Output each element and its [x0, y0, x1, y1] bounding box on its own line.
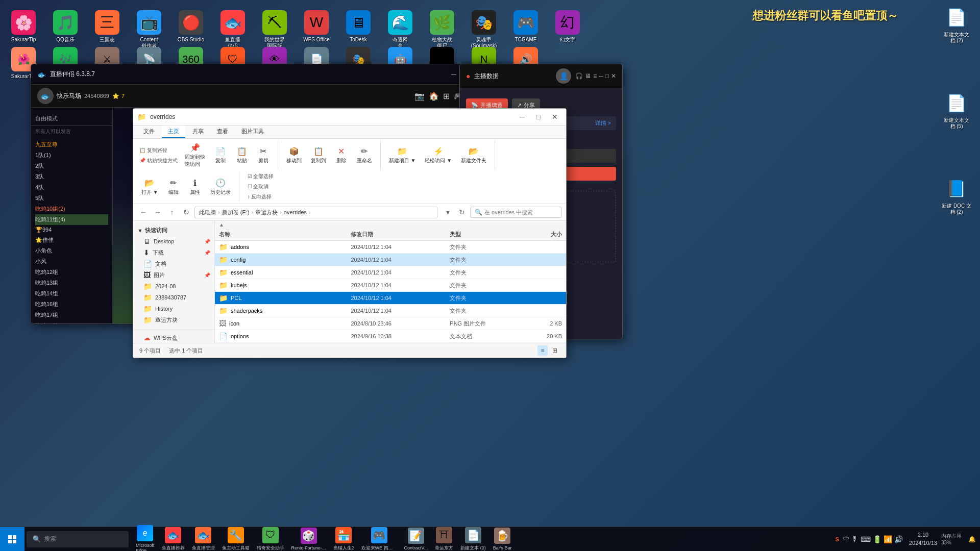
fe-move-to-btn[interactable]: 📦 移动到: [282, 144, 306, 166]
desktop-icon-qiyuwang[interactable]: 🌊 奇遇网盒: [382, 10, 419, 49]
fe-dropdown-button[interactable]: ▾: [442, 206, 454, 218]
obs-close-btn[interactable]: ✕: [611, 72, 616, 80]
table-row[interactable]: 📁 config 2024/10/12 1:04 文件夹: [215, 254, 566, 266]
fe-edit-btn[interactable]: ✏ 编辑: [163, 176, 184, 198]
live-item-jiajia[interactable]: 🌟佳佳: [35, 235, 108, 245]
fe-easy-access-btn[interactable]: ⚡ 轻松访问 ▼: [421, 144, 456, 166]
live-toolbar-home[interactable]: 🏠: [429, 91, 439, 101]
live-item-chi17[interactable]: 吃鸡17组: [35, 310, 108, 320]
desktop-icon-yuzhiboban[interactable]: 🐟 鱼直播伴侣: [214, 10, 251, 49]
taskbar-notifications-button[interactable]: 🔔: [964, 527, 980, 552]
fe-col-type-header[interactable]: 类型: [450, 231, 516, 238]
desktop-icon-new-txt[interactable]: 📄 新建文本文档 (2): [938, 5, 975, 44]
obs-max-btn[interactable]: □: [605, 72, 609, 80]
fe-pin-btn[interactable]: 📌 固定到快速访问: [181, 141, 209, 170]
fe-paste-btn[interactable]: 📋 粘贴: [232, 144, 252, 166]
fe-tiles-view-btn[interactable]: ⊞: [550, 345, 560, 356]
fe-tab-share[interactable]: 共享: [186, 126, 210, 138]
live-item-chi16[interactable]: 吃鸡16组: [35, 299, 108, 310]
sidebar-item-documents[interactable]: 📄 文档: [133, 258, 214, 269]
fe-history-btn[interactable]: 🕒 历史记录: [206, 176, 235, 198]
taskbar-search-bar[interactable]: 🔍 搜索: [27, 531, 129, 547]
table-row[interactable]: 📄 options 2024/9/16 10:38 文本文档 20 KB: [215, 330, 566, 343]
fe-nav-refresh-2[interactable]: ↻: [456, 206, 468, 218]
fe-tab-view[interactable]: 查看: [211, 126, 234, 138]
fe-back-button[interactable]: ←: [137, 206, 150, 218]
obs-monitor-icon[interactable]: 🖥: [585, 72, 591, 80]
fe-invert-select-btn[interactable]: ↕ 反向选择: [246, 192, 276, 202]
live-item-jiudianwuzu[interactable]: 九五至尊: [35, 139, 108, 150]
desktop-icon-qqmusic[interactable]: 🎵 QQ音乐: [47, 10, 84, 49]
fe-deselect-all-btn[interactable]: ☐ 全取消: [246, 182, 276, 191]
sidebar-item-pictures[interactable]: 🖼 图片 📌: [133, 269, 214, 281]
desktop-icon-wps[interactable]: W WPS Office: [298, 10, 335, 49]
fe-tab-home[interactable]: 主页: [162, 126, 185, 138]
fe-search-box[interactable]: 🔍: [470, 207, 562, 218]
taskbar-app-yuzhiboban[interactable]: 🐟 鱼直播推荐: [159, 526, 188, 552]
fe-paste-shortcut-btn[interactable]: 📌 粘贴快捷方式: [137, 156, 180, 165]
taskbar-app-zhangyundong[interactable]: ⛩ 章运东方: [432, 526, 456, 552]
fe-new-item-btn[interactable]: 📁 新建项目 ▼: [385, 144, 420, 166]
taskbar-app-edge[interactable]: e MicrosoftEdge: [133, 524, 158, 551]
taskbar-start-button[interactable]: [0, 527, 24, 552]
desktop-icon-obs[interactable]: 🔴 OBS Studio: [173, 10, 209, 49]
fe-new-folder-btn[interactable]: 📂 新建文件夹: [457, 144, 491, 166]
table-row[interactable]: 📁 PCL 2024/10/12 1:04 文件夹: [215, 292, 566, 305]
fe-rename-btn[interactable]: ✏ 重命名: [353, 144, 376, 166]
fe-close-button[interactable]: ✕: [548, 112, 562, 122]
taskbar-app-rento[interactable]: 🎲 Rento Fortune-...: [288, 527, 329, 551]
desktop-icon-tcgame[interactable]: 🎮 TCGAME: [507, 10, 544, 49]
live-item-3dui[interactable]: 3队: [35, 171, 108, 182]
fe-tab-file[interactable]: 文件: [137, 126, 161, 138]
live-item-chi11-4[interactable]: 吃鸡11组(4): [35, 214, 108, 225]
taskbar-clock[interactable]: 2:10 2024/10/13: [909, 531, 937, 547]
taskbar-app-yuzhiboguan[interactable]: 🐟 鱼直播管理: [189, 526, 218, 552]
live-item-chi13[interactable]: 吃鸡13组: [35, 278, 108, 288]
table-row[interactable]: 📁 shaderpacks 2024/10/12 1:04 文件夹: [215, 305, 566, 317]
live-item-2dui[interactable]: 2队: [35, 161, 108, 171]
obs-menu-icon[interactable]: ≡: [593, 72, 597, 80]
fe-refresh-button[interactable]: ↻: [180, 206, 192, 218]
live-item-994[interactable]: 🏆994: [35, 225, 108, 235]
live-item-xiaojiao[interactable]: 小角色: [35, 245, 108, 256]
live-item-chi18[interactable]: 吃鸡18组: [35, 320, 108, 324]
fe-breadcrumb[interactable]: 此电脑 › 新加卷 (E:) › 章运方块 › overrides ›: [194, 207, 437, 218]
desktop-icon-new-doc[interactable]: 📘 新建 DOC 文档 (2): [938, 177, 975, 215]
tray-zh[interactable]: 中: [843, 535, 849, 543]
live-item-chi14[interactable]: 吃鸡14组: [35, 288, 108, 299]
desktop-icon-sanluo[interactable]: 三 三国志: [89, 10, 126, 49]
taskbar-app-yuzhudonggongj[interactable]: 🔧 鱼主动工具箱: [219, 526, 253, 552]
tray-speaker-icon[interactable]: 🔊: [894, 535, 903, 543]
tray-kb-icon[interactable]: ⌨: [861, 535, 871, 543]
obs-headphone-icon[interactable]: 🎧: [575, 72, 583, 80]
fe-col-size-header[interactable]: 大小: [516, 231, 562, 238]
desktop-icon-todesk[interactable]: 🖥 ToDesk: [340, 10, 377, 49]
sidebar-item-wps-cloud[interactable]: ☁ WPS云盘: [133, 332, 214, 343]
sidebar-item-zhangyun[interactable]: 📁 章运方块: [133, 314, 214, 325]
fe-open-btn[interactable]: 📂 打开 ▼: [137, 176, 162, 198]
sidebar-item-history[interactable]: 📁 History: [133, 303, 214, 314]
desktop-icon-soulmask[interactable]: 🎭 灵魂甲(Soulmask): [465, 10, 502, 49]
taskbar-app-contract[interactable]: 📝 ContractV...: [401, 527, 431, 551]
sidebar-item-downloads[interactable]: ⬇ 下载 📌: [133, 247, 214, 258]
taskbar-app-new-txt[interactable]: 📄 新建文本 (0): [457, 526, 489, 552]
fe-sidebar-quick-access-header[interactable]: ▼ 快速访问: [133, 225, 214, 236]
fe-select-all-btn[interactable]: ☑ 全部选择: [246, 172, 276, 181]
live-item-5dui[interactable]: 5队: [35, 193, 108, 204]
fe-details-view-btn[interactable]: ≡: [537, 345, 548, 356]
live-item-chi10-2[interactable]: 吃鸡10组(2): [35, 204, 108, 214]
desktop-icon-minecraft[interactable]: ⛏ 我的世界国际版: [256, 10, 293, 49]
fe-col-name-header[interactable]: 名称: [219, 231, 351, 238]
fe-copy-path-btn[interactable]: 📋 复制路径: [137, 146, 180, 155]
fe-search-input[interactable]: [484, 209, 557, 215]
fe-minimize-button[interactable]: ─: [515, 112, 529, 122]
fe-maximize-button[interactable]: □: [531, 112, 546, 122]
desktop-icon-plants[interactable]: 🌿 植物大战僵尸: [424, 10, 460, 49]
live-toolbar-grid[interactable]: ⊞: [443, 91, 450, 101]
fe-cut-btn[interactable]: ✂ 剪切: [253, 144, 274, 166]
fe-copy-to-btn[interactable]: 📋 复制到: [307, 144, 330, 166]
desktop-icon-sakuratip[interactable]: 🌸 SakurarTip: [5, 10, 42, 49]
fe-delete-btn[interactable]: ✕ 删除: [331, 144, 352, 166]
table-row[interactable]: 📁 kubejs 2024/10/12 1:04 文件夹: [215, 279, 566, 292]
obs-details-link[interactable]: 详情 >: [595, 119, 611, 127]
